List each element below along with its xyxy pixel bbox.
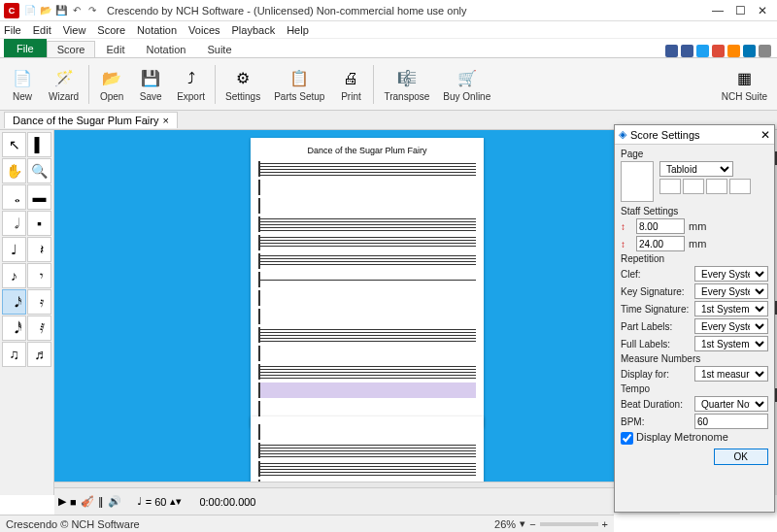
- zoom-slider[interactable]: [540, 522, 598, 526]
- half-rest-tool[interactable]: ▪: [27, 211, 51, 236]
- wizard-button[interactable]: 🪄Wizard: [43, 65, 84, 104]
- full-labels-select[interactable]: 1st System Only: [694, 336, 768, 351]
- qat-open-icon[interactable]: 📂: [39, 4, 52, 17]
- qat-undo-icon[interactable]: ↶: [70, 4, 84, 17]
- nch-suite-button[interactable]: ▦NCH Suite: [716, 65, 773, 104]
- quarter-note-tool[interactable]: ♩: [2, 237, 26, 262]
- document-tab[interactable]: Dance of the Sugar Plum Fairy ×: [4, 112, 178, 128]
- dialog-title-bar[interactable]: ◈ Score Settings ✕: [615, 125, 774, 145]
- menu-notation[interactable]: Notation: [137, 24, 177, 36]
- staff-spacing-b-input[interactable]: [636, 236, 685, 251]
- clef-select[interactable]: Every System: [694, 266, 768, 282]
- display-for-select[interactable]: 1st measure of line: [694, 366, 768, 382]
- instrument-button[interactable]: 🎻: [81, 495, 94, 508]
- sixteenth-rest-tool[interactable]: 𝄿: [27, 289, 51, 315]
- qat-save-icon[interactable]: 💾: [54, 4, 68, 17]
- close-button[interactable]: ✕: [758, 4, 767, 17]
- tab-notation[interactable]: Notation: [135, 41, 196, 57]
- repeat-button[interactable]: ‖: [98, 495, 104, 508]
- staff-settings-label: Staff Settings: [621, 206, 768, 216]
- eighth-note-tool[interactable]: ♪: [2, 263, 26, 288]
- twitter-icon[interactable]: [696, 45, 709, 57]
- whole-note-tool[interactable]: 𝅝: [2, 184, 26, 210]
- staff-spacing-a-input[interactable]: [636, 218, 685, 234]
- tab-score[interactable]: Score: [47, 41, 96, 57]
- google-icon[interactable]: [712, 45, 725, 57]
- triplet-tool[interactable]: ♬: [27, 342, 51, 367]
- thumbsup-icon[interactable]: [665, 45, 678, 57]
- maximize-button[interactable]: ☐: [735, 4, 746, 17]
- cart-icon: 🛒: [456, 67, 479, 90]
- parts-setup-button[interactable]: 📋Parts Setup: [268, 65, 330, 104]
- dialog-title: Score Settings: [630, 129, 700, 141]
- menu-edit[interactable]: Edit: [33, 24, 51, 36]
- export-button[interactable]: ⤴Export: [171, 65, 211, 104]
- menu-score[interactable]: Score: [97, 24, 125, 36]
- transpose-button[interactable]: 🎼Transpose: [378, 65, 435, 104]
- menu-file[interactable]: File: [4, 24, 21, 36]
- dialog-close-button[interactable]: ✕: [760, 128, 770, 142]
- orientation-portrait[interactable]: [659, 179, 681, 194]
- score-canvas[interactable]: Dance of the Sugar Plum Fairy: [54, 130, 680, 495]
- menu-voices[interactable]: Voices: [188, 24, 220, 36]
- menu-playback[interactable]: Playback: [232, 24, 276, 36]
- open-button[interactable]: 📂Open: [93, 65, 130, 104]
- zoom-in-button[interactable]: +: [602, 518, 608, 530]
- half-note-tool[interactable]: 𝅗𝅥: [2, 211, 26, 236]
- tempo-stepper[interactable]: ▴▾: [170, 495, 184, 508]
- key-sig-select[interactable]: Every System: [694, 283, 768, 299]
- status-bar: Crescendo © NCH Software 26% ▾ − +: [0, 515, 614, 532]
- score-page-1: Dance of the Sugar Plum Fairy: [251, 138, 484, 427]
- barline-tool[interactable]: ▌: [27, 132, 51, 157]
- save-button[interactable]: 💾Save: [132, 65, 169, 104]
- orientation-landscape[interactable]: [683, 179, 704, 194]
- thirtysecond-note-tool[interactable]: 𝅘𝅥𝅰: [2, 316, 26, 341]
- facebook-icon[interactable]: [681, 45, 693, 57]
- zoom-tool[interactable]: 🔍: [27, 158, 51, 183]
- beat-duration-select[interactable]: Quarter Note: [694, 396, 768, 412]
- metronome-checkbox-label[interactable]: Display Metronome: [621, 431, 728, 443]
- beam-tool[interactable]: ♫: [2, 342, 26, 367]
- whole-rest-tool[interactable]: ▬: [27, 184, 51, 210]
- bpm-input[interactable]: [694, 414, 768, 429]
- zoom-dropdown-icon[interactable]: ▾: [520, 517, 525, 530]
- sixteenth-note-tool[interactable]: 𝅘𝅥𝅯: [2, 289, 26, 315]
- suite-icon: ▦: [732, 67, 756, 90]
- thirtysecond-rest-tool[interactable]: 𝅀: [27, 316, 51, 341]
- hand-tool[interactable]: ✋: [2, 158, 26, 183]
- quarter-rest-tool[interactable]: 𝄽: [27, 237, 51, 262]
- eighth-rest-tool[interactable]: 𝄾: [27, 263, 51, 288]
- qat-redo-icon[interactable]: ↷: [85, 4, 99, 17]
- paper-size-select[interactable]: Tabloid: [659, 161, 733, 177]
- tab-file[interactable]: File: [4, 39, 47, 57]
- ribbon-toolbar: 📄New 🪄Wizard 📂Open 💾Save ⤴Export ⚙Settin…: [0, 58, 777, 111]
- orientation-opt3[interactable]: [706, 179, 727, 194]
- document-tab-label: Dance of the Sugar Plum Fairy: [13, 115, 158, 126]
- settings-button[interactable]: ⚙Settings: [220, 65, 266, 104]
- time-sig-select[interactable]: 1st System Only: [694, 301, 768, 316]
- new-button[interactable]: 📄New: [4, 65, 41, 104]
- qat-new-icon[interactable]: 📄: [23, 4, 37, 17]
- print-button[interactable]: 🖨Print: [332, 65, 369, 104]
- document-tab-close-icon[interactable]: ×: [162, 115, 168, 126]
- metronome-checkbox[interactable]: [621, 432, 633, 445]
- volume-button[interactable]: 🔊: [108, 495, 121, 508]
- orientation-opt4[interactable]: [729, 179, 751, 194]
- zoom-out-button[interactable]: −: [529, 518, 535, 530]
- part-labels-select[interactable]: Every System: [694, 318, 768, 334]
- rss-icon[interactable]: [727, 45, 740, 57]
- repetition-label: Repetition: [621, 253, 768, 264]
- stop-button[interactable]: ■: [70, 496, 77, 508]
- tab-suite[interactable]: Suite: [196, 41, 242, 57]
- minimize-button[interactable]: —: [712, 4, 724, 17]
- linkedin-icon[interactable]: [743, 45, 756, 57]
- cursor-tool[interactable]: ↖: [2, 132, 26, 157]
- ok-button[interactable]: OK: [714, 449, 768, 465]
- score-title: Dance of the Sugar Plum Fairy: [258, 146, 476, 155]
- buy-online-button[interactable]: 🛒Buy Online: [437, 65, 496, 104]
- menu-help[interactable]: Help: [287, 24, 309, 36]
- play-button[interactable]: ▶: [58, 495, 66, 508]
- help-icon[interactable]: [759, 45, 771, 57]
- menu-view[interactable]: View: [63, 24, 86, 36]
- tab-edit[interactable]: Edit: [95, 41, 135, 57]
